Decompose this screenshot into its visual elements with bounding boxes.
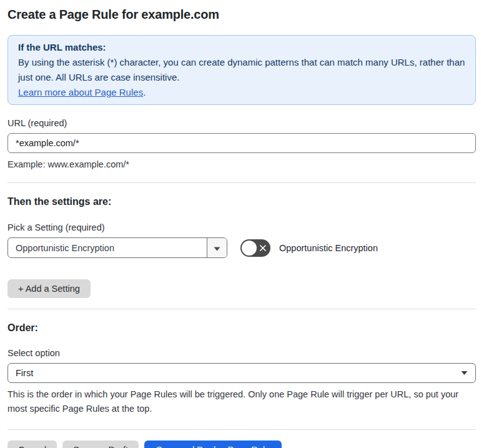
save-and-deploy-button[interactable]: Save and Deploy Page Rule <box>144 441 282 448</box>
setting-row: Opportunistic Encryption Opportunistic E… <box>7 237 476 258</box>
order-select[interactable]: First <box>7 363 476 383</box>
page-title: Create a Page Rule for example.com <box>7 7 476 22</box>
learn-more-link[interactable]: Learn more about Page Rules <box>18 87 143 97</box>
info-box-heading: If the URL matches: <box>18 40 465 55</box>
url-match-info-box: If the URL matches: By using the asteris… <box>7 35 476 105</box>
opportunistic-encryption-toggle[interactable] <box>240 239 270 257</box>
info-box-link-line: Learn more about Page Rules. <box>18 85 465 100</box>
setting-dropdown-arrow-button[interactable] <box>207 238 227 257</box>
order-help-text: This is the order in which your Page Rul… <box>7 387 473 416</box>
order-select-value: First <box>16 368 33 378</box>
url-example-text: Example: www.example.com/* <box>7 157 476 172</box>
divider <box>7 429 476 430</box>
url-input[interactable] <box>7 133 476 153</box>
select-option-label: Select option <box>7 348 476 358</box>
setting-dropdown[interactable]: Opportunistic Encryption <box>7 237 227 258</box>
pick-setting-label: Pick a Setting (required) <box>7 222 476 232</box>
order-section-heading: Order: <box>7 322 476 334</box>
link-suffix: . <box>143 87 146 97</box>
chevron-down-icon <box>214 242 220 254</box>
info-box-body: By using the asterisk (*) character, you… <box>18 55 465 85</box>
setting-dropdown-value: Opportunistic Encryption <box>8 238 207 257</box>
toggle-label: Opportunistic Encryption <box>279 243 378 253</box>
toggle-knob <box>242 241 257 256</box>
save-as-draft-button[interactable]: Save as Draft <box>62 441 139 448</box>
footer-actions: Cancel Save as Draft Save and Deploy Pag… <box>7 441 476 448</box>
settings-section-heading: Then the settings are: <box>7 196 476 207</box>
add-setting-button[interactable]: + Add a Setting <box>7 279 91 298</box>
cancel-button[interactable]: Cancel <box>7 441 57 448</box>
divider <box>7 309 476 309</box>
divider <box>7 182 476 183</box>
url-label: URL (required) <box>7 118 476 128</box>
toggle-off-x-icon <box>259 244 267 252</box>
chevron-down-icon <box>461 371 468 376</box>
